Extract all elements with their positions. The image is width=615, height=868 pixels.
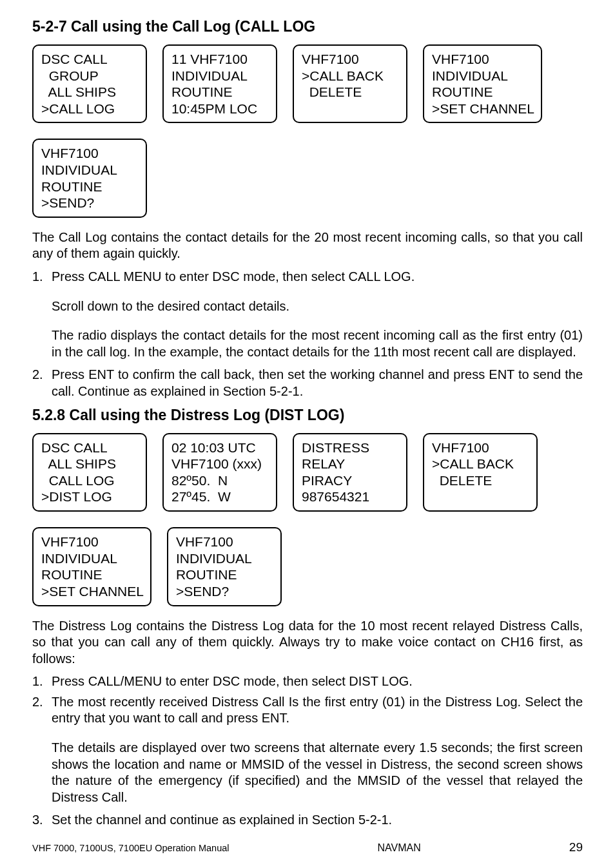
lcd-line: >SET CHANNEL [432, 101, 534, 117]
lcd-screen: 11 VHF7100INDIVIDUALROUTINE10:45PM LOC [162, 44, 277, 123]
lcd-screen: VHF7100INDIVIDUALROUTINE>SET CHANNEL [32, 527, 151, 606]
lcd-line: ROUTINE [41, 566, 144, 583]
lcd-line: VHF7100 [176, 534, 274, 550]
step-number: 2. [32, 694, 52, 727]
step-subtext: The radio displays the contact details f… [52, 327, 583, 360]
lcd-line: >SEND? [41, 195, 139, 211]
lcd-line: >SEND? [176, 583, 274, 600]
lcd-line: VHF7100 [41, 534, 144, 550]
lcd-line: INDIVIDUAL [41, 162, 139, 178]
lcd-line: VHF7100 [41, 145, 139, 162]
lcd-screen: VHF7100INDIVIDUALROUTINE>SEND? [32, 139, 147, 217]
lcd-line: 02 10:03 UTC [171, 439, 269, 456]
lcd-screen: VHF7100INDIVIDUALROUTINE>SEND? [167, 527, 282, 606]
lcd-line: ROUTINE [432, 84, 534, 101]
step-list-527: 1. Press CALL MENU to enter DSC mode, th… [32, 269, 583, 285]
lcd-line: DELETE [432, 472, 530, 489]
lcd-line: VHF7100 [432, 439, 530, 456]
step-subtext: The details are displayed over two scree… [52, 740, 583, 805]
lcd-line: ALL SHIPS [41, 456, 139, 472]
footer-left: VHF 7000, 7100US, 7100EU Operation Manua… [32, 843, 229, 853]
lcd-screen: 02 10:03 UTCVHF7100 (xxx)82º50. N27º45. … [162, 433, 277, 512]
lcd-line: VHF7100 [302, 51, 400, 68]
lcd-line: GROUP [41, 68, 139, 84]
lcd-screen: DISTRESSRELAYPIRACY987654321 [293, 433, 407, 512]
lcd-screen: VHF7100INDIVIDUALROUTINE>SET CHANNEL [423, 44, 542, 123]
lcd-line: ROUTINE [41, 178, 139, 195]
step-text: Press CALL/MENU to enter DSC mode, then … [52, 673, 583, 690]
lcd-line: 11 VHF7100 [171, 51, 269, 68]
lcd-line: INDIVIDUAL [171, 68, 269, 84]
step-text: Press ENT to confirm the call back, then… [52, 367, 583, 400]
step-item: 1. Press CALL/MENU to enter DSC mode, th… [32, 673, 583, 690]
lcd-line: >SET CHANNEL [41, 583, 144, 600]
step-number: 2. [32, 367, 52, 400]
lcd-screen: DSC CALL ALL SHIPS CALL LOG>DIST LOG [32, 433, 147, 512]
step-list-528b: 3. Set the channel and continue as expla… [32, 812, 583, 829]
lcd-line: CALL LOG [41, 472, 139, 489]
lcd-line: 10:45PM LOC [171, 101, 269, 117]
lcd-line: 27º45. W [171, 488, 269, 505]
para-527-intro: The Call Log contains the contact detail… [32, 229, 583, 262]
step-text: Press CALL MENU to enter DSC mode, then … [52, 269, 583, 285]
lcd-line: 82º50. N [171, 472, 269, 489]
lcd-line: INDIVIDUAL [432, 68, 534, 84]
para-528-intro: The Distress Log contains the Distress L… [32, 618, 583, 668]
lcd-line: DELETE [302, 84, 400, 101]
lcd-line: VHF7100 [432, 51, 534, 68]
step-subtext: Scroll down to the desired contact detai… [52, 298, 583, 315]
screens-row-2: DSC CALL ALL SHIPS CALL LOG>DIST LOG02 1… [32, 433, 583, 606]
lcd-line: 987654321 [302, 488, 400, 505]
lcd-line: RELAY [302, 456, 400, 472]
lcd-line: INDIVIDUAL [176, 550, 274, 567]
lcd-screen: DSC CALL GROUP ALL SHIPS>CALL LOG [32, 44, 147, 123]
step-item: 2. Press ENT to confirm the call back, t… [32, 367, 583, 400]
lcd-line: DSC CALL [41, 439, 139, 456]
lcd-screen: VHF7100>CALL BACK DELETE [423, 433, 538, 512]
screens-row-1: DSC CALL GROUP ALL SHIPS>CALL LOG11 VHF7… [32, 44, 583, 218]
manual-page: 5-2-7 Call using the Call Log (CALL LOG … [0, 0, 615, 861]
step-number: 1. [32, 269, 52, 285]
step-item: 3. Set the channel and continue as expla… [32, 812, 583, 829]
lcd-line: INDIVIDUAL [41, 550, 144, 567]
lcd-line: VHF7100 (xxx) [171, 456, 269, 472]
lcd-line: >DIST LOG [41, 488, 139, 505]
step-text: Set the channel and continue as explaine… [52, 812, 583, 829]
step-list-527b: 2. Press ENT to confirm the call back, t… [32, 367, 583, 400]
lcd-line: >CALL BACK [432, 456, 530, 472]
lcd-screen: VHF7100>CALL BACK DELETE [293, 44, 407, 123]
lcd-line: >CALL BACK [302, 68, 400, 84]
lcd-line: ALL SHIPS [41, 84, 139, 101]
step-number: 3. [32, 812, 52, 829]
page-footer: VHF 7000, 7100US, 7100EU Operation Manua… [32, 840, 583, 854]
lcd-line: ROUTINE [171, 84, 269, 101]
step-text: The most recently received Distress Call… [52, 694, 583, 727]
lcd-line: >CALL LOG [41, 101, 139, 117]
step-item: 1. Press CALL MENU to enter DSC mode, th… [32, 269, 583, 285]
section-heading-527: 5-2-7 Call using the Call Log (CALL LOG [32, 18, 583, 35]
footer-page-number: 29 [569, 840, 583, 854]
lcd-line: DISTRESS [302, 439, 400, 456]
step-list-528: 1. Press CALL/MENU to enter DSC mode, th… [32, 673, 583, 727]
section-heading-528: 5.2.8 Call using the Distress Log (DIST … [32, 407, 583, 424]
lcd-line: DSC CALL [41, 51, 139, 68]
lcd-line: ROUTINE [176, 566, 274, 583]
step-number: 1. [32, 673, 52, 690]
lcd-line: PIRACY [302, 472, 400, 489]
step-item: 2. The most recently received Distress C… [32, 694, 583, 727]
footer-center: NAVMAN [378, 842, 421, 854]
